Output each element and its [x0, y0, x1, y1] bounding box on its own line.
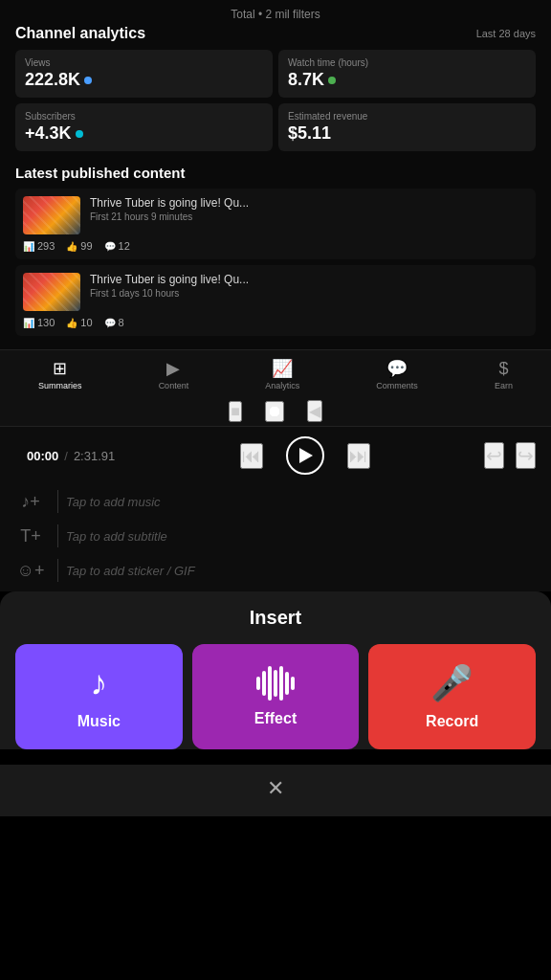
redo-button[interactable]: ↪ [516, 442, 536, 469]
content-item-1[interactable]: Thrive Tuber is going live! Qu... First … [15, 189, 536, 259]
insert-buttons: ♪ Music Effect 🎤 Record [15, 644, 536, 749]
content-thumbnail-1 [23, 196, 80, 234]
content-time-1: First 21 hours 9 minutes [90, 212, 528, 222]
subtitle-track-icon: T+ [11, 526, 50, 546]
stat-label-subscribers: Subscribers [25, 111, 263, 122]
analytics-header: Channel analytics Last 28 days [15, 25, 536, 42]
insert-effect-button[interactable]: Effect [192, 644, 360, 749]
likes-icon-2: 👍 [66, 318, 77, 328]
nav-label-analytics: Analytics [265, 381, 299, 390]
content-title-1: Thrive Tuber is going live! Qu... [90, 196, 528, 210]
sticker-track-lane[interactable]: ☺+ Tap to add sticker / GIF [0, 553, 551, 588]
latest-section: Latest published content Thrive Tuber is… [0, 165, 551, 349]
stats-grid: Views 222.8K Watch time (hours) 8.7K Sub… [15, 50, 536, 151]
close-bar: ✕ [0, 765, 551, 816]
nav-item-analytics[interactable]: 📈 Analytics [253, 356, 311, 392]
track-divider-subtitle [57, 524, 58, 547]
music-track-lane[interactable]: ♪+ Tap to add music [0, 484, 551, 519]
nav-label-comments: Comments [376, 381, 418, 390]
bar4 [274, 670, 277, 697]
right-controls: ↩ ↪ [484, 442, 536, 469]
content-info-2: Thrive Tuber is going live! Qu... First … [90, 273, 528, 311]
stat-value-row-revenue: $5.11 [288, 123, 526, 144]
subtitle-track-placeholder: Tap to add subtitle [66, 529, 167, 544]
insert-title: Insert [15, 607, 536, 629]
analytics-period: Last 28 days [476, 28, 536, 39]
content-top-1: Thrive Tuber is going live! Qu... First … [23, 196, 528, 234]
comments-icon-2: 💬 [104, 318, 116, 328]
bar6 [285, 672, 289, 695]
stat-label-views: Views [25, 57, 263, 68]
play-button[interactable] [286, 436, 324, 475]
subtitle-track-lane[interactable]: T+ Tap to add subtitle [0, 519, 551, 553]
insert-record-button[interactable]: 🎤 Record [368, 644, 536, 749]
sticker-track-icon: ☺+ [11, 561, 50, 581]
play-controls-center: ⏮ ⏭ [240, 436, 370, 475]
skip-forward-button[interactable]: ⏭ [347, 443, 370, 469]
bar7 [291, 677, 295, 690]
effect-btn-label: Effect [254, 710, 297, 727]
record-button[interactable]: ⏺ [265, 401, 284, 422]
current-time: 00:00 [27, 449, 58, 463]
stat-value-revenue: $5.11 [288, 123, 331, 144]
effect-bars-icon [256, 666, 295, 701]
content-item-2[interactable]: Thrive Tuber is going live! Qu... First … [15, 265, 536, 336]
close-button[interactable]: ✕ [267, 776, 284, 801]
content-icon: ▶ [166, 358, 180, 379]
bar2 [262, 671, 266, 696]
stat-label-watchtime: Watch time (hours) [288, 57, 526, 68]
music-track-icon: ♪+ [11, 492, 50, 512]
nav-item-summaries[interactable]: ⊞ Summaries [27, 356, 94, 392]
content-stat-likes-1: 👍 99 [66, 240, 92, 252]
back-button[interactable]: ◀ [307, 400, 322, 422]
indicator-watchtime [328, 77, 336, 84]
content-info-1: Thrive Tuber is going live! Qu... First … [90, 196, 528, 234]
track-lanes: ♪+ Tap to add music T+ Tap to add subtit… [0, 480, 551, 591]
content-top-2: Thrive Tuber is going live! Qu... First … [23, 273, 528, 311]
music-note-icon: ♪ [90, 663, 107, 703]
nav-item-earn[interactable]: $ Earn [483, 357, 524, 392]
indicator-subscribers [76, 130, 83, 138]
bar3 [268, 666, 272, 701]
stat-value-row-views: 222.8K [25, 70, 263, 90]
nav-label-summaries: Summaries [38, 381, 82, 390]
latest-title: Latest published content [15, 165, 536, 181]
music-btn-label: Music [77, 713, 121, 730]
earn-icon: $ [498, 359, 508, 379]
stat-value-views: 222.8K [25, 70, 80, 90]
insert-music-button[interactable]: ♪ Music [15, 644, 183, 749]
stat-value-row-watchtime: 8.7K [288, 70, 526, 90]
summaries-icon: ⊞ [53, 358, 67, 379]
content-stat-views-1: 📊 293 [23, 240, 55, 252]
content-title-2: Thrive Tuber is going live! Qu... [90, 273, 528, 286]
undo-button[interactable]: ↩ [484, 442, 504, 469]
insert-panel: Insert ♪ Music Effect 🎤 Record [0, 591, 551, 749]
total-time: 2:31.91 [74, 449, 115, 463]
skip-back-button[interactable]: ⏮ [240, 443, 263, 469]
analytics-icon: 📈 [272, 358, 293, 379]
content-stats-1: 📊 293 👍 99 💬 12 [23, 240, 528, 252]
views-icon-2: 📊 [23, 318, 34, 328]
nav-item-content[interactable]: ▶ Content [147, 356, 201, 392]
total-label: Total • 2 mil filters [15, 8, 536, 21]
bottom-nav: ⊞ Summaries ▶ Content 📈 Analytics 💬 Comm… [0, 349, 551, 396]
stat-value-row-subscribers: +4.3K [25, 123, 263, 144]
time-separator: / [64, 449, 68, 463]
stat-card-views: Views 222.8K [15, 50, 273, 98]
indicator-views [84, 77, 92, 84]
content-stat-views-2: 📊 130 [23, 317, 55, 328]
nav-label-content: Content [159, 381, 189, 390]
content-stat-comments-2: 💬 8 [104, 317, 124, 328]
content-stat-likes-2: 👍 10 [66, 317, 92, 328]
nav-item-comments[interactable]: 💬 Comments [364, 356, 430, 392]
stat-card-revenue: Estimated revenue $5.11 [278, 103, 536, 151]
record-btn-label: Record [426, 713, 478, 730]
media-controls-bar: ■ ⏺ ◀ [0, 396, 551, 427]
views-icon-1: 📊 [23, 241, 34, 252]
microphone-icon: 🎤 [430, 663, 474, 703]
comments-nav-icon: 💬 [386, 358, 408, 379]
likes-icon-1: 👍 [66, 241, 77, 252]
nav-label-earn: Earn [495, 381, 513, 390]
stop-button[interactable]: ■ [229, 401, 242, 422]
play-triangle-icon [299, 448, 313, 463]
